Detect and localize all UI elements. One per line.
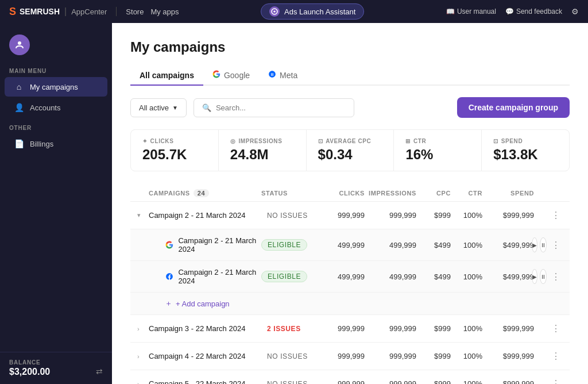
tab-all-campaigns[interactable]: All campaigns <box>130 66 203 86</box>
spend-cell: $999,999 <box>482 324 534 333</box>
impressions-cell: 999,999 <box>365 379 416 384</box>
add-campaign-row[interactable]: ＋ + Add campaign <box>130 293 570 315</box>
plus-icon: ＋ <box>165 298 172 309</box>
campaign-name: Campaign 4 - 22 March 2024 <box>149 352 261 360</box>
stat-clicks: ✦ CLICKS 205.7K <box>131 130 218 171</box>
col-header-impressions: IMPRESSIONS <box>365 190 416 197</box>
table-row: › Campaign 5 - 22 March 2024 No issues 9… <box>130 370 570 384</box>
tab-google[interactable]: Google <box>203 66 259 86</box>
ctr-cell: 100% <box>451 241 482 249</box>
stat-impressions: ◎ IMPRESSIONS 24.8M <box>219 130 306 171</box>
col-header-ctr: CTR <box>451 190 482 197</box>
nav-divider <box>116 7 117 16</box>
more-options-button[interactable]: ⋮ <box>549 270 563 283</box>
document-icon: 📄 <box>14 139 24 148</box>
impressions-cell: 499,999 <box>365 241 416 249</box>
play-button[interactable]: ▶ <box>532 269 537 284</box>
app-name: Ads Launch Assistant <box>284 7 355 16</box>
status-badge: No issues <box>261 351 319 362</box>
avg-cpc-icon: ⊡ <box>318 138 323 144</box>
sub-campaign-name: Campaign 2 - 21 March 2024 <box>149 268 261 285</box>
campaign-table: CAMPAIGNS24 STATUS CLICKS IMPRESSIONS CP… <box>130 185 570 384</box>
play-button[interactable]: ▶ <box>532 237 537 252</box>
clicks-value: 205.7K <box>142 147 207 163</box>
other-label: OTHER <box>0 118 112 133</box>
status-badge: Eligible <box>261 239 319 251</box>
impressions-cell: 999,999 <box>365 211 416 220</box>
app-badge[interactable]: Ads Launch Assistant <box>261 3 364 20</box>
stats-row: ✦ CLICKS 205.7K ◎ IMPRESSIONS 24.8M ⊡ AV… <box>130 129 570 171</box>
spend-cell: $999,999 <box>482 379 534 384</box>
nav-store[interactable]: Store <box>126 7 144 16</box>
semrush-logo-icon: S <box>9 6 16 18</box>
more-options-button[interactable]: ⋮ <box>549 322 563 335</box>
campaign-name: Campaign 5 - 22 March 2024 <box>149 379 261 384</box>
table-row: › Campaign 3 - 22 March 2024 2 issues 99… <box>130 315 570 343</box>
col-header-cpc: CPC <box>416 190 451 197</box>
more-options-button[interactable]: ⋮ <box>549 377 563 384</box>
cpc-cell: $999 <box>416 211 451 220</box>
impressions-cell: 999,999 <box>365 324 416 333</box>
expand-icon[interactable]: ▾ <box>137 212 149 219</box>
add-campaign-label: + Add campaign <box>176 299 230 308</box>
expand-icon[interactable]: › <box>137 381 149 385</box>
clicks-cell: 999,999 <box>319 379 365 384</box>
col-header-clicks: CLICKS <box>319 190 365 197</box>
sidebar-item-my-campaigns[interactable]: ⌂ My campaigns <box>5 77 107 97</box>
table-row: ▾ Campaign 2 - 21 March 2024 No issues 9… <box>130 202 570 229</box>
col-header-spend: SPEND <box>482 190 534 197</box>
google-platform-icon <box>165 240 173 250</box>
table-header: CAMPAIGNS24 STATUS CLICKS IMPRESSIONS CP… <box>130 185 570 202</box>
sidebar: MAIN MENU ⌂ My campaigns 👤 Accounts OTHE… <box>0 23 112 384</box>
clicks-cell: 999,999 <box>319 324 365 333</box>
appcenter-label: AppCenter <box>71 7 107 16</box>
stat-avg-cpc: ⊡ AVERAGE CPC $0.34 <box>307 130 394 171</box>
expand-icon[interactable]: › <box>137 353 149 360</box>
balance-action-icon[interactable]: ⇄ <box>96 367 103 376</box>
more-options-button[interactable]: ⋮ <box>549 239 563 252</box>
table-row: Campaign 2 - 21 March 2024 Eligible 499,… <box>130 229 570 261</box>
spend-cell: $499,999 <box>482 272 534 281</box>
impressions-value: 24.8M <box>230 147 295 163</box>
sidebar-app-logo <box>9 34 30 55</box>
active-filter-button[interactable]: All active ▼ <box>130 98 187 117</box>
search-input[interactable] <box>216 103 346 112</box>
google-tab-icon <box>212 70 220 80</box>
active-filter-label: All active <box>139 103 169 112</box>
impressions-cell: 499,999 <box>365 272 416 281</box>
create-campaign-group-button[interactable]: Create campaign group <box>457 97 570 118</box>
campaign-tabs: All campaigns Google Meta <box>130 66 570 86</box>
send-feedback-link[interactable]: 💬 Send feedback <box>505 7 562 16</box>
person-icon: 👤 <box>14 103 24 112</box>
sidebar-item-label: Accounts <box>30 103 60 112</box>
page-title: My campaigns <box>130 39 570 55</box>
cpc-cell: $999 <box>416 352 451 360</box>
semrush-logo[interactable]: S SEMRUSH | AppCenter <box>9 6 107 18</box>
sub-campaign-name: Campaign 2 - 21 March 2024 <box>149 236 261 254</box>
status-badge: No issues <box>261 379 319 385</box>
ctr-cell: 100% <box>451 272 482 281</box>
clicks-cell: 499,999 <box>319 272 365 281</box>
ctr-cell: 100% <box>451 211 482 220</box>
main-content: My campaigns All campaigns Google Meta <box>112 23 588 384</box>
spend-icon: ⊡ <box>493 138 498 144</box>
user-manual-link[interactable]: 📖 User manual <box>446 7 496 16</box>
cpc-cell: $999 <box>416 379 451 384</box>
more-options-button[interactable]: ⋮ <box>549 350 563 363</box>
more-options-button[interactable]: ⋮ <box>549 209 563 222</box>
pause-button[interactable]: ⏸ <box>540 237 547 252</box>
settings-icon[interactable]: ⚙ <box>571 7 579 16</box>
top-navigation: S SEMRUSH | AppCenter Store My apps Ads … <box>0 0 588 23</box>
ctr-icon: ⊞ <box>405 138 411 144</box>
sidebar-item-accounts[interactable]: 👤 Accounts <box>5 98 107 117</box>
nav-my-apps[interactable]: My apps <box>150 7 179 16</box>
pause-button[interactable]: ⏸ <box>540 269 547 284</box>
sidebar-item-billings[interactable]: 📄 Billings <box>5 134 107 153</box>
stat-spend: ⊡ SPEND $13.8K <box>482 130 569 171</box>
spend-value: $13.8K <box>493 147 558 163</box>
search-icon: 🔍 <box>202 103 211 112</box>
tab-meta[interactable]: Meta <box>259 66 307 86</box>
sidebar-item-label: My campaigns <box>30 83 78 91</box>
campaign-name: Campaign 2 - 21 March 2024 <box>149 211 261 220</box>
expand-icon[interactable]: › <box>137 325 149 332</box>
